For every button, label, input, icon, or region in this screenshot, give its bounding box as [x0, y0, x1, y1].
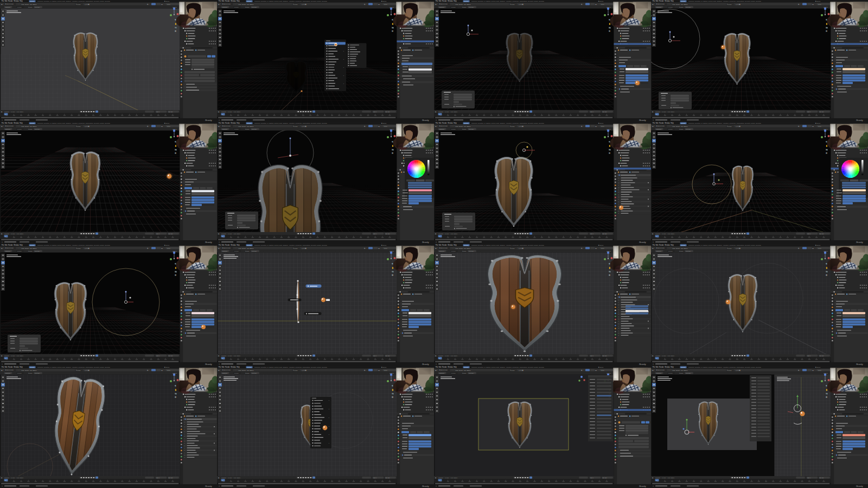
svg-text:▸: ▸: [343, 75, 344, 76]
svg-text:▸: ▸: [343, 83, 344, 84]
svg-text:▸: ▸: [329, 442, 329, 444]
svg-text:▸: ▸: [329, 400, 329, 401]
svg-text:▸: ▸: [343, 59, 344, 60]
svg-text:▸: ▸: [329, 426, 329, 427]
svg-text:▸: ▸: [329, 408, 329, 409]
svg-text:▸: ▸: [343, 50, 344, 52]
svg-text:▸: ▸: [343, 67, 344, 68]
svg-text:▸: ▸: [343, 42, 344, 43]
svg-text:▸: ▸: [329, 434, 329, 435]
svg-text:▸: ▸: [329, 417, 329, 418]
